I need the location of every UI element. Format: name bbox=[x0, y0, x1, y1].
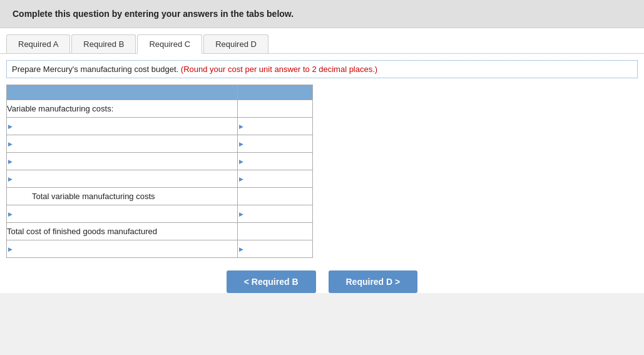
variable-costs-label: Variable manufacturing costs: bbox=[7, 100, 238, 118]
main-content: Required A Required B Required C Require… bbox=[0, 28, 644, 293]
variable-costs-value-cell bbox=[238, 100, 313, 118]
total-variable-value-cell bbox=[238, 188, 313, 205]
input-label-4[interactable] bbox=[7, 170, 237, 187]
tab-required-a[interactable]: Required A bbox=[6, 34, 70, 53]
top-banner: Complete this question by entering your … bbox=[0, 0, 644, 28]
input-value-3[interactable] bbox=[238, 153, 312, 170]
tab-required-c[interactable]: Required C bbox=[137, 34, 202, 54]
input-label-3[interactable] bbox=[7, 153, 237, 170]
tabs-row: Required A Required B Required C Require… bbox=[0, 28, 644, 54]
input-label-2[interactable] bbox=[7, 135, 237, 152]
last-value-cell bbox=[238, 240, 313, 258]
table-row: Total variable manufacturing costs bbox=[7, 188, 313, 205]
input-value-cell-5 bbox=[238, 205, 313, 223]
last-label-cell bbox=[7, 240, 238, 258]
input-value-cell-4 bbox=[238, 170, 313, 188]
input-value-1[interactable] bbox=[238, 118, 312, 135]
input-label-5[interactable] bbox=[7, 205, 237, 222]
tab-required-b[interactable]: Required B bbox=[71, 34, 136, 53]
total-variable-input[interactable] bbox=[238, 188, 312, 205]
banner-text: Complete this question by entering your … bbox=[13, 9, 294, 19]
input-label-cell-3 bbox=[7, 153, 238, 170]
table-row bbox=[7, 135, 313, 153]
table-row bbox=[7, 240, 313, 258]
input-label-1[interactable] bbox=[7, 118, 237, 135]
table-row: Total cost of finished goods manufacture… bbox=[7, 223, 313, 240]
input-label-cell-2 bbox=[7, 135, 238, 153]
input-value-2[interactable] bbox=[238, 135, 312, 152]
input-value-cell-1 bbox=[238, 118, 313, 135]
last-label-input[interactable] bbox=[7, 240, 237, 257]
input-label-cell-5 bbox=[7, 205, 238, 223]
header-label-col bbox=[7, 85, 238, 100]
instruction-main: Prepare Mercury's manufacturing cost bud… bbox=[12, 64, 178, 74]
table-row: Variable manufacturing costs: bbox=[7, 100, 313, 118]
table-row bbox=[7, 170, 313, 188]
input-label-cell-4 bbox=[7, 170, 238, 188]
last-value-input[interactable] bbox=[238, 240, 312, 257]
table-row bbox=[7, 153, 313, 170]
table-container: Variable manufacturing costs: bbox=[6, 85, 638, 258]
input-value-4[interactable] bbox=[238, 170, 312, 187]
buttons-row: < Required B Required D > bbox=[0, 270, 644, 293]
header-value-col bbox=[238, 85, 313, 100]
instruction-highlight: (Round your cost per unit answer to 2 de… bbox=[178, 64, 377, 74]
prev-button[interactable]: < Required B bbox=[227, 270, 316, 293]
instruction-box: Prepare Mercury's manufacturing cost bud… bbox=[6, 60, 638, 78]
input-value-cell-2 bbox=[238, 135, 313, 153]
total-finished-input[interactable] bbox=[238, 223, 312, 240]
next-button[interactable]: Required D > bbox=[329, 270, 418, 293]
total-finished-label: Total cost of finished goods manufacture… bbox=[7, 223, 238, 240]
input-value-cell-3 bbox=[238, 153, 313, 170]
budget-table: Variable manufacturing costs: bbox=[6, 85, 313, 258]
table-row bbox=[7, 205, 313, 223]
total-finished-value-cell bbox=[238, 223, 313, 240]
table-header-row bbox=[7, 85, 313, 100]
input-value-5[interactable] bbox=[238, 205, 312, 222]
input-label-cell-1 bbox=[7, 118, 238, 135]
table-row bbox=[7, 118, 313, 135]
total-variable-label: Total variable manufacturing costs bbox=[7, 188, 238, 205]
tab-required-d[interactable]: Required D bbox=[203, 34, 268, 53]
